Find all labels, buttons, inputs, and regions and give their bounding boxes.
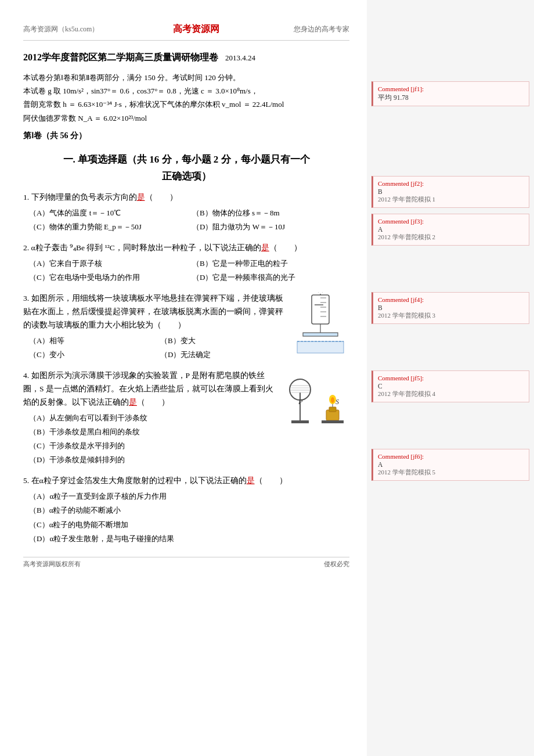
info-line-1: 本试卷分第Ⅰ卷和第Ⅱ卷两部分，满分 150 分。考试时间 120 分钟。 bbox=[23, 71, 349, 84]
q4-text-area: 4. 如图所示为演示薄膜干涉现象的实验装置，P 是附有肥皂膜的铁丝圈，S 是一点… bbox=[23, 369, 280, 466]
q5-opt-b: （B）α粒子的动能不断减小 bbox=[29, 504, 349, 517]
comment-jf3-sub: 2012 学年普陀模拟 2 bbox=[378, 233, 524, 242]
page-header: 高考资源网（ks5u.com） 高考资源网 您身边的高考专家 bbox=[23, 23, 349, 41]
q4-options: （A）从左侧向右可以看到干涉条纹 （B）干涉条纹是黑白相间的条纹 （C）干涉条纹… bbox=[23, 412, 280, 466]
svg-text:S: S bbox=[335, 398, 339, 406]
svg-rect-0 bbox=[312, 295, 329, 324]
comment-jf2: Commented [jf2]: B 2012 学年普陀模拟 1 bbox=[371, 176, 529, 208]
q2-opt-d: （D）它是一种频率很高的光子 bbox=[192, 271, 349, 284]
q5-options: （A）α粒子一直受到金原子核的斥力作用 （B）α粒子的动能不断减小 （C）α粒子… bbox=[23, 490, 349, 545]
q4-opt-b: （B）干涉条纹是黑白相间的条纹 bbox=[29, 426, 280, 438]
q1-options: （A）气体的温度 t＝－10℃ （B）物体的位移 s＝－8m （C）物体的重力势… bbox=[23, 207, 349, 233]
comment-jf4-text: B bbox=[378, 304, 524, 311]
section1-title: 一. 单项选择题（共 16 分，每小题 2 分，每小题只有一个正确选项） bbox=[23, 152, 349, 185]
question-5: 5. 在α粒子穿过金箔发生大角度散射的过程中，以下说法正确的是（ ） （A）α粒… bbox=[23, 474, 349, 545]
info-line-4: 阿伏伽德罗常数 N_A ＝ 6.02×10²³/mol bbox=[23, 111, 349, 125]
q1-opt-b: （B）物体的位移 s＝－8m bbox=[192, 207, 349, 219]
comment-jf6-sub: 2012 学年普陀模拟 5 bbox=[378, 468, 524, 477]
comment-jf6-text: A bbox=[378, 461, 524, 468]
q5-text: 5. 在α粒子穿过金箔发生大角度散射的过程中，以下说法正确的是（ ） bbox=[23, 474, 349, 488]
comment-jf3-label: Commented [jf3]: bbox=[378, 218, 524, 225]
comment-jf1-label: Commented [jf1]: bbox=[378, 85, 524, 92]
comment-jf6-label: Commented [jf6]: bbox=[378, 453, 524, 460]
header-left: 高考资源网（ks5u.com） bbox=[23, 24, 99, 34]
doc-title: 2012学年度普陀区第二学期高三质量调研物理卷 2013.4.24 bbox=[23, 50, 349, 65]
page-footer: 高考资源网版权所有 侵权必究 bbox=[23, 557, 349, 568]
comment-jf5-label: Commented [jf5]: bbox=[378, 375, 524, 381]
comment-jf6: Commented [jf6]: A 2012 学年普陀模拟 5 bbox=[371, 449, 529, 481]
comment-jf2-text: B bbox=[378, 188, 524, 195]
question-3: 3. 如图所示，用细线将一块玻璃板水平地悬挂在弹簧秤下端，并使玻璃板贴在水面上，… bbox=[23, 292, 349, 361]
q2-options: （A）它来自于原子核 （B）它是一种带正电的粒子 （C）它在电场中受电场力的作用… bbox=[23, 257, 349, 284]
svg-text:P: P bbox=[298, 398, 303, 406]
header-tagline: 您身边的高考专家 bbox=[294, 24, 349, 34]
q4-inline: 4. 如图所示为演示薄膜干涉现象的实验装置，P 是附有肥皂膜的铁丝圈，S 是一点… bbox=[23, 369, 349, 466]
comment-jf3-text: A bbox=[378, 226, 524, 233]
header-logo: 高考资源网 bbox=[173, 23, 219, 35]
q3-opt-b: （B）变大 bbox=[160, 334, 286, 347]
q3-text: 3. 如图所示，用细线将一块玻璃板水平地悬挂在弹簧秤下端，并使玻璃板贴在水面上，… bbox=[23, 292, 286, 332]
q1-opt-c: （C）物体的重力势能 E_p＝－50J bbox=[29, 221, 186, 233]
comment-jf5-text: C bbox=[378, 383, 524, 390]
thin-film-figure: P S bbox=[286, 375, 349, 427]
q4-opt-d: （D）干涉条纹是倾斜排列的 bbox=[29, 453, 280, 466]
comment-jf2-sub: 2012 学年普陀模拟 1 bbox=[378, 195, 524, 204]
q2-opt-a: （A）它来自于原子核 bbox=[29, 257, 186, 270]
q1-text: 1. 下列物理量的负号表示方向的是（ ） bbox=[23, 191, 349, 204]
q1-opt-a: （A）气体的温度 t＝－10℃ bbox=[29, 207, 186, 219]
page-wrapper: 高考资源网（ks5u.com） 高考资源网 您身边的高考专家 2012学年度普陀… bbox=[0, 0, 534, 756]
q1-opt-d: （D）阻力做功为 W＝－10J bbox=[192, 221, 349, 233]
q5-opt-c: （C）α粒子的电势能不断增加 bbox=[29, 519, 349, 531]
svg-rect-26 bbox=[322, 420, 344, 423]
q2-opt-c: （C）它在电场中受电场力的作用 bbox=[29, 271, 186, 284]
comment-jf3: Commented [jf3]: A 2012 学年普陀模拟 2 bbox=[371, 214, 529, 246]
svg-rect-9 bbox=[303, 333, 338, 336]
comment-panel: Commented [jf1]: 平均 91.78 Commented [jf2… bbox=[367, 0, 534, 756]
q4-figure-area: P S bbox=[286, 375, 349, 432]
footer-left: 高考资源网版权所有 bbox=[23, 560, 81, 568]
q3-opt-a: （A）相等 bbox=[29, 334, 154, 347]
doc-date: 2013.4.24 bbox=[225, 53, 255, 62]
comment-jf5-sub: 2012 学年普陀模拟 4 bbox=[378, 390, 524, 398]
main-content: 高考资源网（ks5u.com） 高考资源网 您身边的高考专家 2012学年度普陀… bbox=[0, 0, 367, 756]
q4-text: 4. 如图所示为演示薄膜干涉现象的实验装置，P 是附有肥皂膜的铁丝圈，S 是一点… bbox=[23, 369, 280, 409]
q4-opt-c: （C）干涉条纹是水平排列的 bbox=[29, 440, 280, 452]
info-block: 本试卷分第Ⅰ卷和第Ⅱ卷两部分，满分 150 分。考试时间 120 分钟。 本试卷… bbox=[23, 71, 349, 125]
info-line-3: 普朗克常数 h ＝ 6.63×10⁻³⁴ J·s，标准状况下气体的摩尔体积 v_… bbox=[23, 98, 349, 111]
q3-options: （A）相等 （B）变大 （C）变小 （D）无法确定 bbox=[23, 334, 286, 361]
section1-header: 第Ⅰ卷（共 56 分） bbox=[23, 131, 349, 141]
q3-text-area: 3. 如图所示，用细线将一块玻璃板水平地悬挂在弹簧秤下端，并使玻璃板贴在水面上，… bbox=[23, 292, 286, 361]
comment-jf5: Commented [jf5]: C 2012 学年普陀模拟 4 bbox=[371, 370, 529, 402]
comment-jf4-label: Commented [jf4]: bbox=[378, 296, 524, 303]
q3-figure-area bbox=[291, 292, 349, 361]
q4-opt-a: （A）从左侧向右可以看到干涉条纹 bbox=[29, 412, 280, 424]
q5-opt-a: （A）α粒子一直受到金原子核的斥力作用 bbox=[29, 490, 349, 503]
question-2: 2. α粒子轰击 ⁹₄Be 得到 ¹²C，同时释放出一种粒子，以下说法正确的是（… bbox=[23, 242, 349, 284]
comment-jf2-label: Commented [jf2]: bbox=[378, 180, 524, 187]
q5-opt-d: （D）α粒子发生散射，是与电子碰撞的结果 bbox=[29, 532, 349, 545]
question-4: 4. 如图所示为演示薄膜干涉现象的实验装置，P 是附有肥皂膜的铁丝圈，S 是一点… bbox=[23, 369, 349, 466]
comment-jf4: Commented [jf4]: B 2012 学年普陀模拟 3 bbox=[371, 292, 529, 324]
spring-scale-figure bbox=[291, 292, 349, 356]
svg-rect-12 bbox=[291, 420, 309, 423]
doc-title-text: 2012学年度普陀区第二学期高三质量调研物理卷 bbox=[23, 52, 218, 62]
comment-jf1: Commented [jf1]: 平均 91.78 bbox=[371, 81, 529, 106]
footer-right: 侵权必究 bbox=[324, 560, 349, 568]
q3-opt-c: （C）变小 bbox=[29, 348, 154, 361]
comment-jf4-sub: 2012 学年普陀模拟 3 bbox=[378, 311, 524, 320]
q3-opt-d: （D）无法确定 bbox=[160, 348, 286, 361]
svg-rect-21 bbox=[329, 407, 336, 412]
q3-inline: 3. 如图所示，用细线将一块玻璃板水平地悬挂在弹簧秤下端，并使玻璃板贴在水面上，… bbox=[23, 292, 349, 361]
info-line-2: 本试卷 g 取 10m/s²，sin37°＝ 0.6，cos37°＝ 0.8，光… bbox=[23, 84, 349, 98]
svg-point-24 bbox=[331, 397, 334, 403]
q2-opt-b: （B）它是一种带正电的粒子 bbox=[192, 257, 349, 270]
svg-rect-11 bbox=[297, 341, 344, 353]
q2-text: 2. α粒子轰击 ⁹₄Be 得到 ¹²C，同时释放出一种粒子，以下说法正确的是（… bbox=[23, 242, 349, 255]
question-1: 1. 下列物理量的负号表示方向的是（ ） （A）气体的温度 t＝－10℃ （B）… bbox=[23, 191, 349, 233]
comment-jf1-text: 平均 91.78 bbox=[378, 93, 524, 102]
